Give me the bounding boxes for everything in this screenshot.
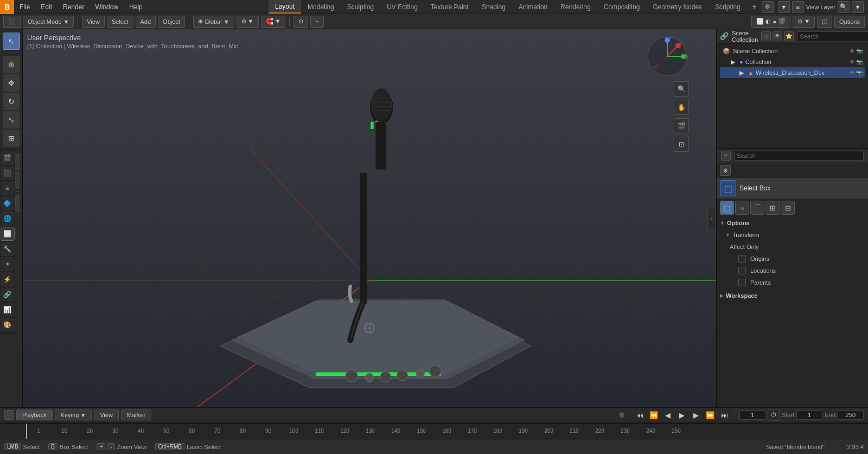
select-all-btn[interactable]: ⊞: [765, 201, 780, 215]
origins-checkbox[interactable]: [738, 255, 746, 263]
tab-keying[interactable]: Keying ▼: [55, 410, 92, 420]
axis-gizmo[interactable]: Z X Y: [646, 35, 689, 78]
prop-tab-world[interactable]: 🌐: [1, 212, 15, 226]
proportional-falloff-btn[interactable]: ~: [310, 16, 323, 28]
outliner-search-input[interactable]: [797, 31, 868, 41]
tab-rendering[interactable]: Rendering: [554, 0, 597, 14]
tab-view-timeline[interactable]: View: [94, 410, 119, 420]
view-menu-btn[interactable]: View: [82, 16, 105, 28]
tool-rotate[interactable]: ↻: [3, 93, 20, 110]
search-btn[interactable]: 🔍: [838, 1, 850, 13]
prev-keyframe-btn[interactable]: ⏪: [648, 409, 660, 421]
panel-collapse-btn[interactable]: ›: [707, 208, 716, 229]
jump-to-end-btn[interactable]: ⏭: [718, 409, 730, 421]
tab-texture-paint[interactable]: Texture Paint: [424, 0, 475, 14]
pan-btn[interactable]: ✋: [674, 100, 689, 115]
select-circle-btn[interactable]: ○: [735, 201, 749, 215]
scene-selector[interactable]: ⚙: [762, 1, 774, 13]
start-frame-input[interactable]: 1: [796, 410, 822, 420]
outliner-view-btn[interactable]: ≡: [761, 31, 771, 41]
menu-window[interactable]: Window: [90, 0, 124, 14]
tool-move[interactable]: ✥: [3, 74, 20, 92]
filter-btn[interactable]: ▼: [852, 1, 864, 13]
tab-shading[interactable]: Shading: [475, 0, 512, 14]
prop-tab-data[interactable]: 📊: [1, 303, 15, 317]
prop-tab-particles[interactable]: ✦: [1, 257, 15, 271]
render-engine-btn[interactable]: ▼: [778, 1, 790, 13]
pivot-btn[interactable]: ⊗ ▼: [237, 16, 259, 28]
prop-tab-view-layer[interactable]: ≡: [1, 181, 15, 195]
prop-tab-modifier[interactable]: 🔧: [1, 242, 15, 256]
tools-search-input[interactable]: [734, 151, 864, 161]
menu-render[interactable]: Render: [58, 0, 90, 14]
tool-select[interactable]: ↖: [3, 33, 20, 50]
transform-section-header[interactable]: ▼ Transform: [717, 229, 868, 241]
prop-tab-render[interactable]: 🎬: [1, 151, 15, 165]
select-menu-btn[interactable]: Select: [107, 16, 133, 28]
object-mode-btn[interactable]: Object Mode ▼: [23, 16, 74, 28]
tool-scale[interactable]: ⤡: [3, 111, 20, 129]
object-render-icon[interactable]: 📷: [856, 70, 863, 76]
viewport-shading-btns[interactable]: ⬜◐●🎬: [751, 16, 790, 28]
tab-animation[interactable]: Animation: [512, 0, 554, 14]
select-extra-btn[interactable]: ⊟: [781, 201, 795, 215]
add-menu-btn[interactable]: Add: [136, 16, 156, 28]
keying-dropdown[interactable]: ▼: [80, 412, 86, 418]
overlay-btn[interactable]: ⊘ ▼: [793, 16, 815, 28]
visibility-icon[interactable]: 👁: [850, 48, 855, 54]
current-frame-input[interactable]: 1: [739, 410, 765, 420]
next-keyframe-btn[interactable]: ⏩: [704, 409, 716, 421]
fps-icon[interactable]: ⏱: [768, 409, 780, 421]
select-box-btn[interactable]: ⬚: [720, 201, 734, 215]
object-vis-icon[interactable]: 👁: [850, 70, 855, 76]
options-btn[interactable]: Options: [834, 16, 865, 28]
tool-transform[interactable]: ⊞: [3, 130, 20, 147]
prop-tab-constraints[interactable]: 🔗: [1, 287, 15, 302]
prop-tab-scene[interactable]: 🔷: [1, 196, 15, 210]
xray-btn[interactable]: ◫: [817, 16, 832, 28]
collection-render-icon[interactable]: 📷: [856, 59, 863, 65]
zoom-in-btn[interactable]: 🔍: [674, 81, 689, 97]
editor-type-btn[interactable]: ⬛: [3, 16, 21, 28]
prop-tab-material[interactable]: 🎨: [1, 318, 15, 332]
select-tool-icon[interactable]: ⚙: [720, 165, 731, 176]
tab-geometry-nodes[interactable]: Geometry Nodes: [646, 0, 709, 14]
end-frame-input[interactable]: 250: [838, 410, 864, 420]
tab-playback[interactable]: Playback: [16, 410, 53, 420]
tab-uv-editing[interactable]: UV Editing: [380, 0, 424, 14]
view-layer-btn[interactable]: ≡: [792, 1, 804, 13]
viewport-3d[interactable]: User Perspective (1) Collection | Wirele…: [23, 29, 716, 407]
object-menu-btn[interactable]: Object: [158, 16, 185, 28]
timeline-type-btn[interactable]: ⬛: [4, 410, 14, 420]
snap-btn[interactable]: 🧲 ▼: [261, 16, 286, 28]
tool-cursor[interactable]: ⊕: [3, 56, 20, 73]
transform-orientation-btn[interactable]: ⊕ Global ▼: [193, 16, 234, 28]
play-btn[interactable]: ▶: [676, 409, 688, 421]
menu-file[interactable]: File: [14, 0, 35, 14]
timeline-ruler[interactable]: 1 10 20 30 40 50 60 70 80 90 100 110 120…: [0, 423, 868, 439]
locations-checkbox[interactable]: [738, 267, 746, 274]
select-lasso-btn[interactable]: ⌒: [750, 201, 764, 215]
options-section-header[interactable]: ▼ Options: [717, 217, 868, 229]
proportional-edit-btn[interactable]: ⊙: [293, 16, 308, 28]
collection-vis-icon[interactable]: 👁: [850, 59, 855, 65]
add-workspace-btn[interactable]: +: [747, 0, 762, 14]
prop-tab-output[interactable]: ⬛: [1, 166, 15, 180]
tab-sculpting[interactable]: Sculpting: [341, 0, 380, 14]
menu-edit[interactable]: Edit: [35, 0, 58, 14]
camera-view-btn[interactable]: 🎬: [674, 118, 689, 133]
render-icon[interactable]: 📷: [856, 48, 863, 54]
menu-help[interactable]: Help: [124, 0, 148, 14]
outliner-filter-btn[interactable]: 👁: [773, 31, 782, 41]
outliner-collection[interactable]: ▶ ● Collection 👁 📷: [720, 56, 865, 67]
workspace-section-header[interactable]: ▶ Workspace: [717, 289, 868, 303]
tab-marker[interactable]: Marker: [121, 410, 151, 420]
outliner-object[interactable]: ▶ ▲ Wireless_Discussion_Dev 👁 📷: [720, 67, 865, 78]
tab-layout[interactable]: Layout: [269, 0, 301, 14]
tab-compositing[interactable]: Compositing: [597, 0, 647, 14]
select-box-row[interactable]: ⬚ Select Box: [717, 178, 868, 199]
parents-checkbox[interactable]: [738, 279, 746, 286]
prop-tab-physics[interactable]: ⚡: [1, 272, 15, 286]
next-frame-btn[interactable]: ▶: [690, 409, 702, 421]
tools-view-btn[interactable]: ≡: [721, 151, 731, 161]
